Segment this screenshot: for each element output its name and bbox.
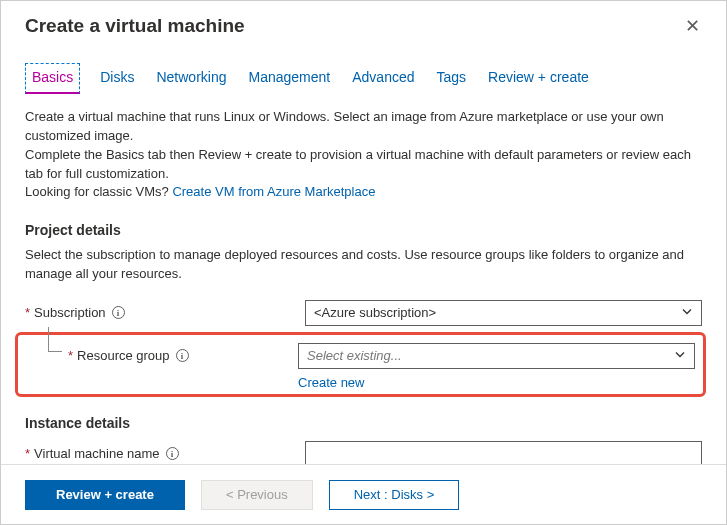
vm-name-input[interactable]	[305, 441, 702, 464]
project-details-heading: Project details	[25, 222, 702, 238]
create-new-link[interactable]: Create new	[298, 375, 364, 390]
info-icon[interactable]: i	[166, 447, 179, 460]
required-marker: *	[68, 348, 73, 363]
resource-group-dropdown[interactable]: Select existing...	[298, 343, 695, 369]
close-icon[interactable]: ✕	[679, 15, 706, 37]
tab-advanced[interactable]: Advanced	[350, 63, 416, 94]
vm-name-label: * Virtual machine name i	[25, 446, 305, 461]
subscription-dropdown[interactable]: <Azure subscription>	[305, 300, 702, 326]
dialog-title: Create a virtual machine	[25, 15, 245, 37]
tab-networking[interactable]: Networking	[154, 63, 228, 94]
instance-details-heading: Instance details	[25, 415, 702, 431]
info-icon[interactable]: i	[176, 349, 189, 362]
chevron-down-icon	[674, 348, 686, 363]
chevron-down-icon	[681, 305, 693, 320]
vm-name-row: * Virtual machine name i	[25, 439, 702, 464]
previous-button: < Previous	[201, 480, 313, 510]
tab-management[interactable]: Management	[247, 63, 333, 94]
intro-line2: Complete the Basics tab then Review + cr…	[25, 147, 691, 181]
resource-group-row: * Resource group i Select existing...	[26, 341, 695, 371]
resource-group-label: * Resource group i	[68, 348, 298, 363]
required-marker: *	[25, 305, 30, 320]
resource-group-highlight: * Resource group i Select existing... Cr…	[15, 332, 706, 397]
tab-tags[interactable]: Tags	[435, 63, 469, 94]
tab-basics[interactable]: Basics	[25, 63, 80, 94]
next-button[interactable]: Next : Disks >	[329, 480, 460, 510]
intro-line1: Create a virtual machine that runs Linux…	[25, 109, 664, 143]
required-marker: *	[25, 446, 30, 461]
intro-text: Create a virtual machine that runs Linux…	[25, 108, 702, 202]
footer-bar: Review + create < Previous Next : Disks …	[1, 464, 726, 524]
tab-bar: Basics Disks Networking Management Advan…	[25, 63, 702, 94]
subscription-label: * Subscription i	[25, 305, 305, 320]
intro-line3-prefix: Looking for classic VMs?	[25, 184, 172, 199]
info-icon[interactable]: i	[112, 306, 125, 319]
subscription-row: * Subscription i <Azure subscription>	[25, 298, 702, 328]
dialog-header: Create a virtual machine ✕	[1, 1, 726, 45]
content-area: Basics Disks Networking Management Advan…	[1, 49, 726, 464]
tab-review-create[interactable]: Review + create	[486, 63, 591, 94]
tab-disks[interactable]: Disks	[98, 63, 136, 94]
marketplace-link[interactable]: Create VM from Azure Marketplace	[172, 184, 375, 199]
project-details-desc: Select the subscription to manage deploy…	[25, 246, 702, 284]
review-create-button[interactable]: Review + create	[25, 480, 185, 510]
tree-connector	[26, 341, 68, 371]
